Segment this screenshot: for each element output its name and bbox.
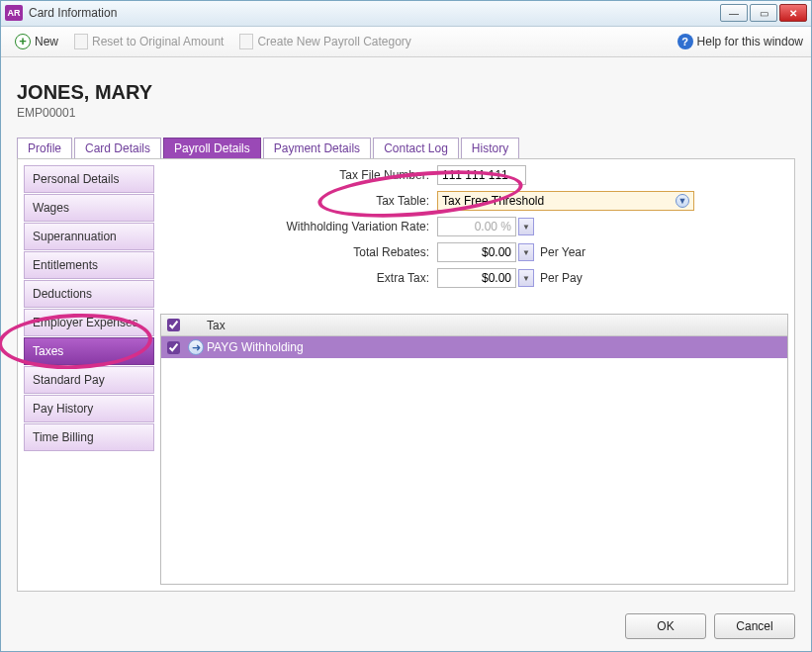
chevron-down-icon: ▼: [676, 194, 689, 208]
toolbar: + New Reset to Original Amount Create Ne…: [1, 27, 811, 57]
wvr-label: Withholding Variation Rate:: [160, 220, 437, 233]
extra-tax-unit: Per Pay: [540, 271, 583, 285]
tax-table-grid: Tax ➜ PAYG Withholding: [160, 314, 788, 585]
header-checkbox[interactable]: [167, 319, 180, 331]
window-titlebar: AR Card Information — ▭ ✕: [1, 1, 811, 27]
new-button[interactable]: + New: [9, 31, 64, 52]
app-badge-icon: AR: [5, 5, 23, 21]
sidebar-item-taxes[interactable]: Taxes: [24, 337, 154, 365]
create-label: Create New Payroll Category: [257, 35, 410, 48]
employee-name: JONES, MARY: [17, 81, 795, 104]
tab-card-details[interactable]: Card Details: [74, 138, 161, 158]
tab-payment-details[interactable]: Payment Details: [263, 138, 371, 158]
wvr-dropdown-icon: ▼: [518, 218, 534, 235]
rebates-dropdown-icon[interactable]: ▼: [518, 243, 534, 261]
tax-column-header: Tax: [207, 319, 226, 332]
sidebar-item-employer-expenses[interactable]: Employer Expenses: [24, 309, 154, 336]
minimize-button[interactable]: —: [720, 4, 748, 22]
main-tabs: Profile Card Details Payroll Details Pay…: [17, 138, 795, 158]
rebates-label: Total Rebates:: [160, 245, 437, 259]
reset-label: Reset to Original Amount: [92, 35, 224, 48]
reset-icon: [74, 34, 88, 49]
help-link[interactable]: ? Help for this window: [677, 34, 803, 49]
rebates-input[interactable]: [437, 242, 516, 262]
extra-tax-input[interactable]: [437, 268, 516, 288]
sidebar-item-entitlements[interactable]: Entitlements: [24, 251, 154, 279]
taxes-panel: Tax File Number: Tax Table: Tax Free Thr…: [160, 165, 788, 585]
row-checkbox[interactable]: [167, 341, 180, 354]
sidebar-item-time-billing[interactable]: Time Billing: [24, 423, 154, 451]
tab-profile[interactable]: Profile: [17, 138, 72, 158]
employee-id: EMP00001: [17, 106, 795, 120]
rebates-unit: Per Year: [540, 245, 586, 259]
window-title: Card Information: [29, 6, 117, 20]
tab-contact-log[interactable]: Contact Log: [373, 138, 459, 158]
tax-grid-row[interactable]: ➜ PAYG Withholding: [161, 336, 787, 358]
close-button[interactable]: ✕: [779, 4, 807, 22]
row-drilldown-icon[interactable]: ➜: [188, 339, 204, 355]
create-payroll-category-button[interactable]: Create New Payroll Category: [233, 31, 416, 52]
reset-amount-button[interactable]: Reset to Original Amount: [68, 31, 229, 52]
tax-table-label: Tax Table:: [160, 194, 437, 208]
sidebar-item-wages[interactable]: Wages: [24, 194, 154, 222]
card-information-window: AR Card Information — ▭ ✕ + New Reset to…: [0, 0, 812, 652]
tab-history[interactable]: History: [461, 138, 519, 158]
payroll-sidebar: Personal Details Wages Superannuation En…: [24, 165, 154, 585]
help-icon: ?: [677, 34, 693, 49]
tab-payroll-details[interactable]: Payroll Details: [163, 138, 261, 158]
plus-icon: +: [15, 34, 31, 49]
extra-tax-dropdown-icon[interactable]: ▼: [518, 269, 534, 287]
maximize-button[interactable]: ▭: [750, 4, 777, 22]
tax-table-value: Tax Free Threshold: [442, 194, 544, 208]
sidebar-item-superannuation[interactable]: Superannuation: [24, 223, 154, 250]
dialog-footer: OK Cancel: [1, 602, 811, 651]
new-label: New: [35, 35, 58, 48]
window-controls: — ▭ ✕: [720, 4, 807, 22]
sidebar-item-standard-pay[interactable]: Standard Pay: [24, 366, 154, 394]
extra-tax-label: Extra Tax:: [160, 271, 437, 285]
content-area: JONES, MARY EMP00001 Profile Card Detail…: [1, 57, 811, 602]
tfn-input[interactable]: [437, 165, 526, 185]
payroll-details-frame: Personal Details Wages Superannuation En…: [17, 158, 795, 592]
cancel-button[interactable]: Cancel: [714, 613, 795, 639]
sidebar-item-pay-history[interactable]: Pay History: [24, 395, 154, 422]
sidebar-item-deductions[interactable]: Deductions: [24, 280, 154, 308]
tfn-label: Tax File Number:: [160, 168, 437, 182]
help-label: Help for this window: [697, 35, 803, 48]
wvr-input: [437, 217, 516, 236]
ok-button[interactable]: OK: [625, 613, 706, 639]
create-category-icon: [239, 34, 253, 49]
tax-row-label: PAYG Withholding: [207, 340, 304, 354]
tax-grid-header: Tax: [161, 315, 787, 336]
sidebar-item-personal-details[interactable]: Personal Details: [24, 165, 154, 193]
tax-table-combo[interactable]: Tax Free Threshold ▼: [437, 191, 694, 211]
